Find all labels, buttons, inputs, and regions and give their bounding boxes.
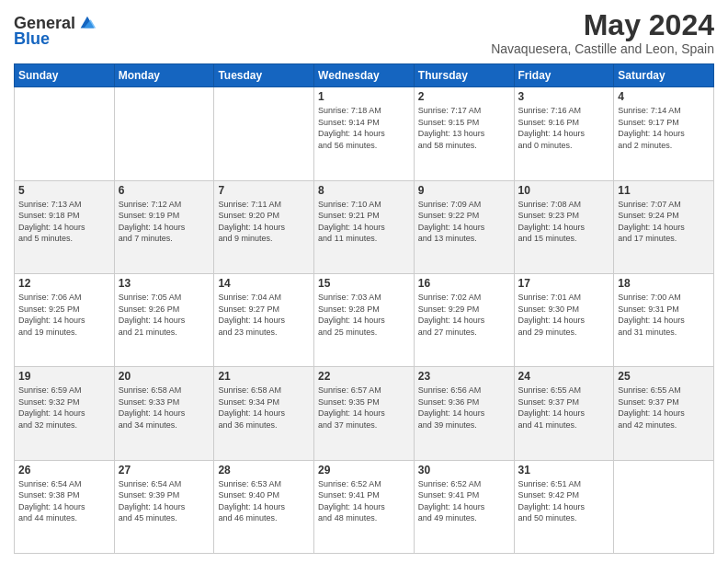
day-info: Sunrise: 6:51 AMSunset: 9:42 PMDaylight:… xyxy=(518,478,610,524)
day-info: Sunrise: 6:57 AMSunset: 9:35 PMDaylight:… xyxy=(318,385,410,431)
col-monday: Monday xyxy=(114,64,214,87)
day-number: 31 xyxy=(518,464,610,477)
calendar-week-2: 12Sunrise: 7:06 AMSunset: 9:25 PMDayligh… xyxy=(15,273,714,366)
col-tuesday: Tuesday xyxy=(214,64,314,87)
day-number: 25 xyxy=(618,370,710,383)
table-row: 21Sunrise: 6:58 AMSunset: 9:34 PMDayligh… xyxy=(214,367,314,460)
day-number: 15 xyxy=(318,277,410,290)
day-number: 26 xyxy=(18,464,110,477)
table-row: 25Sunrise: 6:55 AMSunset: 9:37 PMDayligh… xyxy=(614,367,714,460)
table-row: 18Sunrise: 7:00 AMSunset: 9:31 PMDayligh… xyxy=(614,273,714,366)
day-info: Sunrise: 7:04 AMSunset: 9:27 PMDaylight:… xyxy=(218,292,310,338)
table-row xyxy=(614,460,714,553)
table-row xyxy=(15,87,115,180)
logo: General Blue xyxy=(14,13,97,49)
col-wednesday: Wednesday xyxy=(314,64,415,87)
page: General Blue May 2024 Navaquesera, Casti… xyxy=(0,0,728,563)
table-row: 11Sunrise: 7:07 AMSunset: 9:24 PMDayligh… xyxy=(614,180,714,273)
day-info: Sunrise: 7:01 AMSunset: 9:30 PMDaylight:… xyxy=(518,292,610,338)
day-number: 13 xyxy=(119,277,210,290)
table-row: 17Sunrise: 7:01 AMSunset: 9:30 PMDayligh… xyxy=(514,273,614,366)
day-number: 17 xyxy=(518,277,610,290)
table-row: 24Sunrise: 6:55 AMSunset: 9:37 PMDayligh… xyxy=(514,367,614,460)
calendar-week-0: 1Sunrise: 7:18 AMSunset: 9:14 PMDaylight… xyxy=(15,87,714,180)
day-number: 8 xyxy=(318,184,410,197)
day-info: Sunrise: 6:59 AMSunset: 9:32 PMDaylight:… xyxy=(18,385,110,431)
col-sunday: Sunday xyxy=(15,64,115,87)
day-info: Sunrise: 7:14 AMSunset: 9:17 PMDaylight:… xyxy=(618,105,710,151)
day-info: Sunrise: 6:58 AMSunset: 9:33 PMDaylight:… xyxy=(119,385,210,431)
table-row xyxy=(214,87,314,180)
table-row: 10Sunrise: 7:08 AMSunset: 9:23 PMDayligh… xyxy=(514,180,614,273)
day-number: 4 xyxy=(618,90,710,103)
day-info: Sunrise: 7:00 AMSunset: 9:31 PMDaylight:… xyxy=(618,292,710,338)
col-thursday: Thursday xyxy=(414,64,514,87)
day-number: 30 xyxy=(418,464,510,477)
table-row: 8Sunrise: 7:10 AMSunset: 9:21 PMDaylight… xyxy=(314,180,415,273)
day-info: Sunrise: 7:18 AMSunset: 9:14 PMDaylight:… xyxy=(318,105,410,151)
table-row: 30Sunrise: 6:52 AMSunset: 9:41 PMDayligh… xyxy=(414,460,514,553)
day-number: 3 xyxy=(518,90,610,103)
table-row: 13Sunrise: 7:05 AMSunset: 9:26 PMDayligh… xyxy=(114,273,214,366)
table-row: 31Sunrise: 6:51 AMSunset: 9:42 PMDayligh… xyxy=(514,460,614,553)
table-row: 5Sunrise: 7:13 AMSunset: 9:18 PMDaylight… xyxy=(15,180,115,273)
table-row: 26Sunrise: 6:54 AMSunset: 9:38 PMDayligh… xyxy=(15,460,115,553)
table-row: 28Sunrise: 6:53 AMSunset: 9:40 PMDayligh… xyxy=(214,460,314,553)
day-info: Sunrise: 7:05 AMSunset: 9:26 PMDaylight:… xyxy=(119,292,210,338)
day-number: 28 xyxy=(218,464,310,477)
table-row: 19Sunrise: 6:59 AMSunset: 9:32 PMDayligh… xyxy=(15,367,115,460)
day-number: 14 xyxy=(218,277,310,290)
day-info: Sunrise: 6:58 AMSunset: 9:34 PMDaylight:… xyxy=(218,385,310,431)
day-info: Sunrise: 6:54 AMSunset: 9:38 PMDaylight:… xyxy=(18,478,110,524)
calendar-header-row: Sunday Monday Tuesday Wednesday Thursday… xyxy=(15,64,714,87)
table-row: 6Sunrise: 7:12 AMSunset: 9:19 PMDaylight… xyxy=(114,180,214,273)
header: General Blue May 2024 Navaquesera, Casti… xyxy=(14,9,714,56)
day-number: 22 xyxy=(318,370,410,383)
day-number: 21 xyxy=(218,370,310,383)
day-info: Sunrise: 6:53 AMSunset: 9:40 PMDaylight:… xyxy=(218,478,310,524)
calendar-week-4: 26Sunrise: 6:54 AMSunset: 9:38 PMDayligh… xyxy=(15,460,714,553)
day-number: 29 xyxy=(318,464,410,477)
logo-icon xyxy=(77,13,97,33)
title-section: May 2024 Navaquesera, Castille and Leon,… xyxy=(491,9,714,56)
table-row: 1Sunrise: 7:18 AMSunset: 9:14 PMDaylight… xyxy=(314,87,415,180)
table-row: 29Sunrise: 6:52 AMSunset: 9:41 PMDayligh… xyxy=(314,460,415,553)
col-saturday: Saturday xyxy=(614,64,714,87)
table-row: 20Sunrise: 6:58 AMSunset: 9:33 PMDayligh… xyxy=(114,367,214,460)
day-info: Sunrise: 6:52 AMSunset: 9:41 PMDaylight:… xyxy=(318,478,410,524)
day-number: 12 xyxy=(18,277,110,290)
table-row: 7Sunrise: 7:11 AMSunset: 9:20 PMDaylight… xyxy=(214,180,314,273)
calendar-week-3: 19Sunrise: 6:59 AMSunset: 9:32 PMDayligh… xyxy=(15,367,714,460)
day-number: 7 xyxy=(218,184,310,197)
day-info: Sunrise: 6:55 AMSunset: 9:37 PMDaylight:… xyxy=(618,385,710,431)
table-row: 16Sunrise: 7:02 AMSunset: 9:29 PMDayligh… xyxy=(414,273,514,366)
table-row: 4Sunrise: 7:14 AMSunset: 9:17 PMDaylight… xyxy=(614,87,714,180)
day-info: Sunrise: 7:11 AMSunset: 9:20 PMDaylight:… xyxy=(218,199,310,245)
location-title: Navaquesera, Castille and Leon, Spain xyxy=(491,41,714,56)
day-number: 6 xyxy=(119,184,210,197)
table-row: 27Sunrise: 6:54 AMSunset: 9:39 PMDayligh… xyxy=(114,460,214,553)
day-number: 23 xyxy=(418,370,510,383)
table-row: 23Sunrise: 6:56 AMSunset: 9:36 PMDayligh… xyxy=(414,367,514,460)
table-row xyxy=(114,87,214,180)
day-info: Sunrise: 7:02 AMSunset: 9:29 PMDaylight:… xyxy=(418,292,510,338)
day-number: 20 xyxy=(119,370,210,383)
day-info: Sunrise: 7:10 AMSunset: 9:21 PMDaylight:… xyxy=(318,199,410,245)
day-number: 16 xyxy=(418,277,510,290)
day-number: 2 xyxy=(418,90,510,103)
day-info: Sunrise: 6:52 AMSunset: 9:41 PMDaylight:… xyxy=(418,478,510,524)
table-row: 12Sunrise: 7:06 AMSunset: 9:25 PMDayligh… xyxy=(15,273,115,366)
day-number: 19 xyxy=(18,370,110,383)
day-number: 18 xyxy=(618,277,710,290)
day-number: 9 xyxy=(418,184,510,197)
table-row: 15Sunrise: 7:03 AMSunset: 9:28 PMDayligh… xyxy=(314,273,415,366)
day-info: Sunrise: 7:06 AMSunset: 9:25 PMDaylight:… xyxy=(18,292,110,338)
day-info: Sunrise: 7:08 AMSunset: 9:23 PMDaylight:… xyxy=(518,199,610,245)
day-info: Sunrise: 6:55 AMSunset: 9:37 PMDaylight:… xyxy=(518,385,610,431)
table-row: 9Sunrise: 7:09 AMSunset: 9:22 PMDaylight… xyxy=(414,180,514,273)
day-info: Sunrise: 7:03 AMSunset: 9:28 PMDaylight:… xyxy=(318,292,410,338)
day-info: Sunrise: 7:16 AMSunset: 9:16 PMDaylight:… xyxy=(518,105,610,151)
day-number: 1 xyxy=(318,90,410,103)
table-row: 22Sunrise: 6:57 AMSunset: 9:35 PMDayligh… xyxy=(314,367,415,460)
day-info: Sunrise: 7:13 AMSunset: 9:18 PMDaylight:… xyxy=(18,199,110,245)
